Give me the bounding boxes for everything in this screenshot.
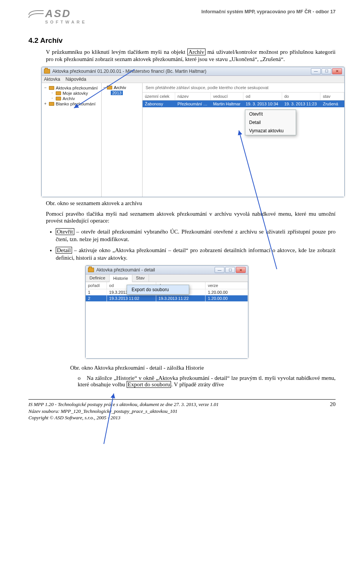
folder-icon bbox=[44, 69, 50, 74]
context-menu: Export do souboru bbox=[127, 285, 189, 295]
maximize-button[interactable]: ☐ bbox=[225, 267, 235, 273]
col-verze[interactable]: verze bbox=[206, 282, 248, 289]
tab-stav[interactable]: Stav bbox=[132, 274, 149, 282]
menu-napoveda[interactable]: Nápověda bbox=[66, 77, 86, 82]
tree-moje[interactable]: Moje aktovky bbox=[63, 91, 88, 96]
col-uzemni[interactable]: územní celek bbox=[143, 93, 175, 100]
window-title: Aktovka přezkoumání 01.20.00.01 - Minist… bbox=[52, 69, 206, 74]
expand-icon[interactable]: − bbox=[43, 86, 47, 90]
sub-bullet: Na záložce „Historie“ v okně „Aktovka př… bbox=[78, 375, 336, 388]
bullet-text: – otevře detail přezkoumání vybraného ÚC… bbox=[56, 229, 336, 242]
col-vedouci[interactable]: vedoucí bbox=[211, 93, 243, 100]
list-panel: Sem přetáhněte záhlaví sloupce, podle kt… bbox=[143, 83, 344, 197]
sub-bullet-list: Na záložce „Historie“ v okně „Aktovka př… bbox=[78, 375, 336, 388]
folder-icon bbox=[49, 102, 54, 106]
tree-blanko[interactable]: Blanko přezkoumání bbox=[56, 102, 96, 106]
bullet-list: Otevřít – otevře detail přezkoumání vybr… bbox=[56, 228, 336, 262]
folder-icon bbox=[88, 268, 94, 272]
menu-aktovka[interactable]: Aktovka bbox=[44, 77, 60, 82]
group-hint: Sem přetáhněte záhlaví sloupce, podle kt… bbox=[143, 83, 344, 93]
header-right-text: Informační systém MPP, vypracováno pro M… bbox=[201, 8, 336, 14]
footer-line-3: Copyright © ASD Software, s.r.o., 2005 -… bbox=[28, 414, 219, 421]
bullet-text: – aktivuje okno „Aktovka přezkoumání – d… bbox=[56, 247, 336, 261]
col-poradi[interactable]: pořadí bbox=[86, 282, 107, 289]
table-row[interactable]: 219.3.2013 11:0219.3.2013 11:221.20.00.0… bbox=[86, 295, 248, 301]
tab-historie[interactable]: Historie bbox=[110, 275, 132, 282]
sub-text-2: . V případě ztráty dříve bbox=[171, 381, 224, 387]
minimize-button[interactable]: — bbox=[215, 267, 224, 273]
col-od[interactable]: od bbox=[243, 93, 282, 100]
titlebar[interactable]: Aktovka přezkoumání - detail — ☐ ✕ bbox=[86, 266, 248, 274]
logo-text-bottom: SOFTWARE bbox=[45, 20, 87, 24]
page-number: 20 bbox=[330, 401, 336, 421]
folder-icon bbox=[107, 86, 112, 89]
otevrit-box: Otevřít bbox=[56, 228, 74, 235]
ctx-open[interactable]: Otevřít bbox=[245, 110, 296, 118]
window-title: Aktovka přezkoumání - detail bbox=[96, 267, 155, 273]
navigation-tree[interactable]: −Aktovka přezkoumání ·Moje aktovky ·Arch… bbox=[42, 83, 102, 197]
bullet-open: Otevřít – otevře detail přezkoumání vybr… bbox=[56, 228, 336, 243]
export-box: Export do souboru bbox=[127, 381, 171, 388]
close-button[interactable]: ✕ bbox=[332, 68, 342, 74]
figure-caption-2: Obr. okno Aktovka přezkoumání - detail -… bbox=[70, 365, 336, 371]
maximize-button[interactable]: ☐ bbox=[322, 68, 331, 74]
ctx-detail[interactable]: Detail bbox=[245, 118, 296, 127]
logo: ASD SOFTWARE bbox=[28, 8, 87, 24]
minimize-button[interactable]: — bbox=[311, 68, 321, 74]
tree-archiv[interactable]: Archív bbox=[63, 96, 75, 101]
intro-text: V průzkumníku po kliknutí levým tlačítke… bbox=[46, 49, 187, 55]
year-node[interactable]: 2013 bbox=[111, 91, 141, 95]
footer: IS MPP 1.20 - Technologické postupy prác… bbox=[28, 400, 336, 421]
section-heading: 4.2 Archív bbox=[28, 36, 336, 45]
asd-swoosh-icon bbox=[28, 10, 44, 22]
mid-paragraph: Pomocí pravého tlačítka myši nad sezname… bbox=[46, 210, 336, 225]
menubar: Aktovka Nápověda bbox=[42, 76, 344, 83]
logo-text-top: ASD bbox=[45, 8, 87, 20]
window-aktovka-list: Aktovka přezkoumání 01.20.00.01 - Minist… bbox=[41, 67, 345, 197]
titlebar[interactable]: Aktovka přezkoumání 01.20.00.01 - Minist… bbox=[42, 67, 344, 76]
figure-caption-1: Obr. okno se seznamem aktovek a archívu bbox=[46, 200, 336, 207]
tree-root[interactable]: Aktovka přezkoumání bbox=[56, 86, 98, 90]
tab-bar: Definice Historie Stav bbox=[86, 274, 248, 282]
col-nazev[interactable]: název bbox=[175, 93, 211, 100]
page-header: ASD SOFTWARE Informační systém MPP, vypr… bbox=[28, 8, 336, 24]
archiv-ref-box: Archív bbox=[187, 49, 206, 55]
close-button[interactable]: ✕ bbox=[236, 267, 246, 273]
col-stav[interactable]: stav bbox=[320, 93, 344, 100]
mid-tree[interactable]: −Archív 2013 bbox=[102, 83, 143, 197]
footer-line-2: Název souboru: MPP_120_Technologicke_pos… bbox=[28, 408, 219, 415]
ctx-export[interactable]: Export do souboru bbox=[127, 285, 189, 294]
detail-box: Detail bbox=[56, 247, 72, 254]
bullet-detail: Detail – aktivuje okno „Aktovka přezkoum… bbox=[56, 247, 336, 262]
expand-icon[interactable]: + bbox=[43, 102, 47, 106]
folder-icon bbox=[56, 97, 61, 100]
folder-icon bbox=[49, 86, 54, 90]
column-headers[interactable]: územní celek název vedoucí od do stav bbox=[143, 93, 344, 100]
list-row[interactable]: ŽabonosyPřezkoumání h…Martin Haltmar 19.… bbox=[143, 100, 344, 107]
window-aktovka-detail: Aktovka přezkoumání - detail — ☐ ✕ Defin… bbox=[85, 265, 248, 359]
footer-line-1: IS MPP 1.20 - Technologické postupy prác… bbox=[28, 401, 219, 408]
intro-paragraph: V průzkumníku po kliknutí levým tlačítke… bbox=[46, 49, 336, 63]
folder-icon bbox=[56, 91, 61, 95]
context-menu: Otevřít Detail Vymazat aktovku bbox=[245, 110, 296, 135]
ctx-vymazat[interactable]: Vymazat aktovku bbox=[245, 127, 296, 135]
mid-archiv[interactable]: Archív bbox=[114, 85, 126, 90]
col-do[interactable]: do bbox=[282, 93, 321, 100]
tab-definice[interactable]: Definice bbox=[86, 274, 110, 282]
